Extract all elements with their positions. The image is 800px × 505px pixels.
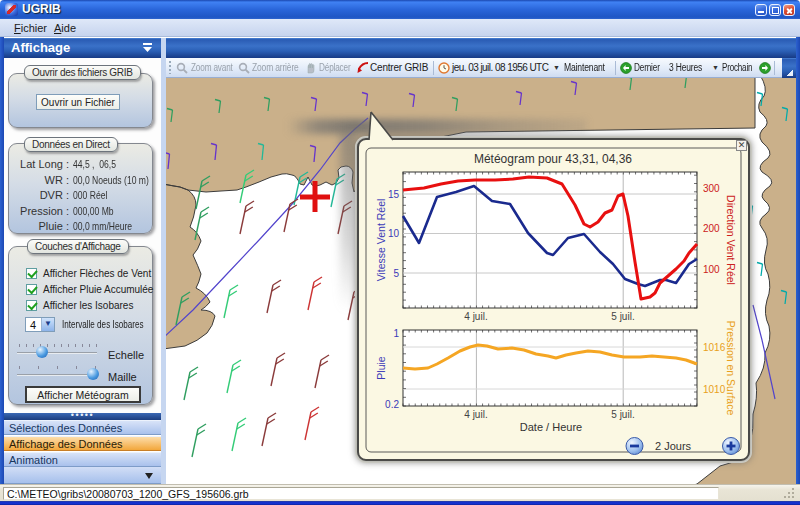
svg-text:Direction Vent Réel: Direction Vent Réel xyxy=(725,195,737,285)
svg-text:Météogram pour 43,31, 04,36: Météogram pour 43,31, 04,36 xyxy=(474,152,632,166)
svg-text:200: 200 xyxy=(703,223,720,234)
svg-text:0.2: 0.2 xyxy=(385,399,399,410)
svg-text:1016: 1016 xyxy=(703,342,726,353)
svg-text:Pression en Surface: Pression en Surface xyxy=(725,321,737,416)
svg-text:2 Jours: 2 Jours xyxy=(655,440,692,452)
svg-text:5 juil.: 5 juil. xyxy=(611,311,634,322)
svg-text:100: 100 xyxy=(703,264,720,275)
svg-text:4 juil.: 4 juil. xyxy=(464,311,487,322)
svg-text:300: 300 xyxy=(703,183,720,194)
svg-text:1: 1 xyxy=(393,328,399,339)
svg-text:5 juil.: 5 juil. xyxy=(611,409,634,420)
svg-text:Date / Heure: Date / Heure xyxy=(520,421,582,433)
svg-text:15: 15 xyxy=(388,189,400,200)
svg-text:5: 5 xyxy=(393,268,399,279)
svg-text:10: 10 xyxy=(388,228,400,239)
svg-text:4 juil.: 4 juil. xyxy=(464,409,487,420)
svg-text:Vitesse Vent Réel: Vitesse Vent Réel xyxy=(375,199,387,282)
svg-text:1010: 1010 xyxy=(703,384,726,395)
svg-text:Pluie: Pluie xyxy=(375,356,387,380)
